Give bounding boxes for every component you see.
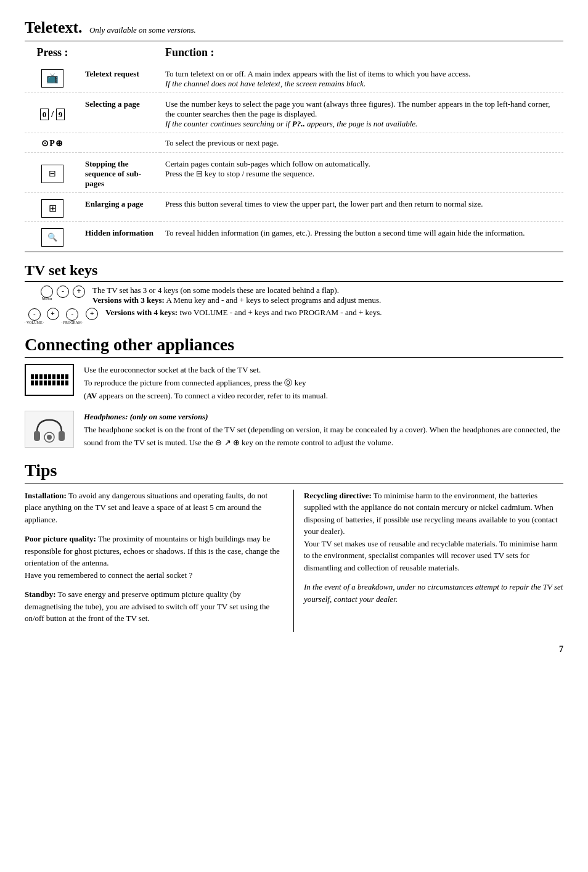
pplus-label bbox=[80, 133, 160, 153]
tips-left-col: Installation: To avoid any dangerous sit… bbox=[25, 490, 294, 632]
tvkeys-row2: - · VOLUME · + - · PROGRAM · + Versions bbox=[25, 308, 563, 325]
stop-icon: ⊟ bbox=[41, 165, 63, 183]
pplus-desc: To select the previous or next page. bbox=[160, 133, 563, 153]
enlarge-label: Enlarging a page bbox=[80, 193, 160, 222]
minus-label bbox=[62, 296, 63, 301]
teletext-table: Press : Function : 📺 Teletext bbox=[25, 43, 563, 250]
tip-installation: Installation: To avoid any dangerous sit… bbox=[25, 490, 284, 526]
connecting-section: Connecting other appliances Use the euro… bbox=[25, 335, 563, 450]
table-row: ⊟ Stopping the sequence of sub-pages Cer… bbox=[25, 153, 563, 193]
menu-label: Menu bbox=[42, 296, 52, 301]
hidden-label: Hidden information bbox=[80, 222, 160, 251]
plus-label bbox=[78, 296, 80, 301]
prog-minus-icon: - bbox=[66, 308, 78, 321]
pplus-icon: ⊙P⊕ bbox=[41, 139, 63, 148]
stop-desc: Certain pages contain sub-pages which fo… bbox=[160, 153, 563, 193]
tvkeys-section: TV set keys Menu - + The TV set has 3 bbox=[25, 262, 563, 325]
page-number: 7 bbox=[25, 644, 563, 654]
tips-section: Tips Installation: To avoid any dangerou… bbox=[25, 461, 563, 632]
tvkeys-3key-text: The TV set has 3 or 4 keys (on some mode… bbox=[92, 286, 381, 305]
selecting-page-desc: Use the number keys to select the page y… bbox=[160, 93, 563, 133]
svg-rect-1 bbox=[59, 431, 65, 441]
euroconnector-row: Use the euroconnector socket at the back… bbox=[25, 364, 563, 402]
vol-minus-icon: - bbox=[28, 308, 41, 321]
teletext-title: Teletext. bbox=[25, 19, 83, 36]
tvkeys-4key-text: Versions with 4 keys: two VOLUME - and +… bbox=[105, 308, 382, 318]
headphone-icon bbox=[25, 411, 74, 448]
selecting-page-label: Selecting a page bbox=[80, 93, 160, 133]
tip-picture-quality: Poor picture quality: The proximity of m… bbox=[25, 533, 284, 581]
table-row: ⊞ Enlarging a page Press this button sev… bbox=[25, 193, 563, 222]
headphone-row: Headphones: (only on some versions) The … bbox=[25, 411, 563, 449]
teletext-request-icon: 📺 bbox=[41, 69, 63, 88]
hidden-desc: To reveal hidden information (in games, … bbox=[160, 222, 563, 251]
tip-recycling: Recycling directive: To minimise harm to… bbox=[304, 490, 563, 574]
teletext-request-desc: To turn teletext on or off. A main index… bbox=[160, 63, 563, 93]
table-row: 📺 Teletext request To turn teletext on o… bbox=[25, 63, 563, 93]
teletext-subtitle: Only available on some versions. bbox=[89, 25, 196, 35]
enlarge-icon: ⊞ bbox=[41, 199, 63, 218]
tvkeys-3key-icons: Menu - + bbox=[25, 286, 92, 302]
svg-point-3 bbox=[47, 435, 52, 440]
tvkeys-4key-icons: - · VOLUME · + - · PROGRAM · + bbox=[25, 308, 105, 325]
function-header: Function : bbox=[165, 46, 214, 59]
table-row: ⊙P⊕ To select the previous or next page. bbox=[25, 133, 563, 153]
tvkeys-title: TV set keys bbox=[25, 262, 563, 279]
tips-title: Tips bbox=[25, 461, 563, 480]
vol-plus-icon: + bbox=[47, 308, 59, 320]
euroconnector-text: Use the euroconnector socket at the back… bbox=[84, 364, 328, 402]
stop-label: Stopping the sequence of sub-pages bbox=[80, 153, 160, 193]
tvkeys-row1: Menu - + The TV set has 3 or 4 keys (on … bbox=[25, 286, 563, 305]
headphone-text: Headphones: (only on some versions) The … bbox=[84, 411, 563, 449]
hidden-icon: 🔍 bbox=[41, 228, 63, 247]
teletext-section: Teletext. Only available on some version… bbox=[25, 19, 563, 252]
table-row: 🔍 Hidden information To reveal hidden in… bbox=[25, 222, 563, 251]
enlarge-desc: Press this button several times to view … bbox=[160, 193, 563, 222]
tip-breakdown: In the event of a breakdown, under no ci… bbox=[304, 581, 563, 605]
connecting-title: Connecting other appliances bbox=[25, 335, 563, 355]
prog-plus-icon: + bbox=[86, 308, 98, 320]
tips-grid: Installation: To avoid any dangerous sit… bbox=[25, 490, 563, 632]
table-row: 0 / 9 Selecting a page Use the number ke… bbox=[25, 93, 563, 133]
press-header: Press : bbox=[36, 46, 68, 59]
euroconnector-icon bbox=[25, 364, 74, 396]
digits-icon: 0 / 9 bbox=[40, 109, 65, 119]
tips-right-col: Recycling directive: To minimise harm to… bbox=[294, 490, 563, 632]
tip-standby: Standby: To save energy and preserve opt… bbox=[25, 588, 284, 625]
svg-rect-0 bbox=[34, 431, 40, 441]
teletext-request-label: Teletext request bbox=[80, 63, 160, 93]
